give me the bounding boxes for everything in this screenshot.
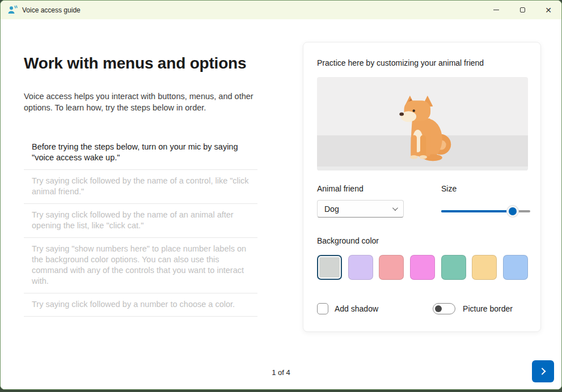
chevron-down-icon bbox=[392, 205, 398, 211]
animal-friend-label: Animal friend bbox=[317, 184, 441, 193]
color-swatch-teal[interactable] bbox=[441, 255, 466, 280]
color-swatch-peach[interactable] bbox=[472, 255, 497, 280]
close-button[interactable]: ✕ bbox=[535, 1, 561, 19]
maximize-icon bbox=[520, 7, 525, 12]
steps-list: Before trying the steps below, turn on y… bbox=[24, 136, 257, 317]
options-row: Add shadow Picture border bbox=[317, 303, 527, 314]
color-swatch-magenta[interactable] bbox=[410, 255, 435, 280]
color-swatch-salmon[interactable] bbox=[379, 255, 404, 280]
window-title: Voice access guide bbox=[22, 6, 81, 14]
close-icon: ✕ bbox=[545, 6, 552, 14]
minimize-icon bbox=[493, 10, 499, 10]
voice-access-guide-window: Voice access guide ✕ Work with menus and… bbox=[0, 0, 562, 390]
instructions-panel: Work with menus and options Voice access… bbox=[24, 54, 257, 317]
background-color-swatches bbox=[317, 255, 528, 280]
add-shadow-checkbox[interactable] bbox=[317, 303, 328, 314]
add-shadow-label: Add shadow bbox=[335, 304, 378, 313]
animal-size-row: Animal friend Dog Size bbox=[317, 184, 527, 218]
step-text: Try saying click followed by the name of… bbox=[32, 176, 249, 196]
practice-card-title: Practice here by customizing your animal… bbox=[317, 58, 527, 67]
animal-preview bbox=[317, 77, 528, 171]
size-slider-thumb[interactable] bbox=[509, 207, 517, 215]
step-item: Try saying click followed by the name of… bbox=[24, 170, 257, 204]
size-slider-fill bbox=[441, 210, 513, 212]
maximize-button[interactable] bbox=[509, 1, 535, 19]
color-swatch-blue[interactable] bbox=[503, 255, 528, 280]
step-item: Try saying click followed by a number to… bbox=[24, 293, 257, 317]
step-text: Try saying click followed by the name of… bbox=[32, 210, 234, 230]
color-swatch-gray[interactable] bbox=[317, 255, 342, 280]
picture-border-label: Picture border bbox=[463, 304, 513, 313]
titlebar: Voice access guide ✕ bbox=[1, 1, 561, 19]
practice-card: Practice here by customizing your animal… bbox=[303, 42, 541, 332]
voice-access-app-icon bbox=[7, 5, 18, 15]
animal-friend-value: Dog bbox=[324, 204, 392, 214]
size-slider[interactable] bbox=[441, 207, 530, 216]
step-text: Try saying click followed by a number to… bbox=[32, 300, 235, 309]
page-indicator: 1 of 4 bbox=[1, 368, 561, 377]
color-swatch-lavender[interactable] bbox=[348, 255, 373, 280]
size-label: Size bbox=[441, 184, 527, 193]
background-color-section: Background color bbox=[317, 236, 527, 280]
step-text: Before trying the steps below, turn on y… bbox=[32, 142, 238, 162]
picture-border-toggle[interactable] bbox=[433, 303, 455, 314]
next-page-button[interactable] bbox=[532, 360, 554, 382]
background-color-label: Background color bbox=[317, 236, 527, 245]
content-area: Work with menus and options Voice access… bbox=[1, 19, 561, 389]
step-text: Try saying "show numbers here" to place … bbox=[32, 244, 246, 286]
step-item: Try saying "show numbers here" to place … bbox=[24, 238, 257, 293]
page-description: Voice access helps you interact with but… bbox=[24, 91, 257, 113]
toggle-knob bbox=[435, 305, 442, 312]
dog-illustration bbox=[392, 94, 455, 163]
minimize-button[interactable] bbox=[483, 1, 509, 19]
caption-buttons: ✕ bbox=[483, 1, 561, 19]
page-title: Work with menus and options bbox=[24, 54, 257, 73]
step-item: Before trying the steps below, turn on y… bbox=[24, 136, 257, 170]
step-item: Try saying click followed by the name of… bbox=[24, 204, 257, 238]
stage-floor-edge bbox=[317, 167, 528, 171]
animal-friend-dropdown[interactable]: Dog bbox=[317, 200, 404, 218]
chevron-right-icon bbox=[539, 368, 546, 375]
